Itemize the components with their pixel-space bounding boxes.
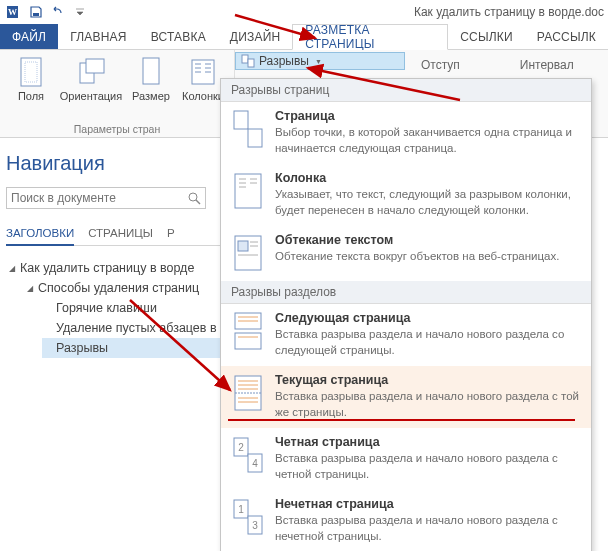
dd-title: Четная страница — [275, 435, 581, 449]
dd-desc: Вставка разрыва раздела и начало нового … — [275, 389, 581, 420]
breaks-icon — [241, 54, 255, 68]
columns-label: Колонки — [182, 90, 224, 102]
quick-access-toolbar: W — [0, 3, 94, 21]
nav-title: Навигация — [6, 152, 220, 175]
nav-search-input[interactable] — [11, 191, 187, 205]
breaks-dropdown: Разрывы страниц Страница Выбор точки, в … — [220, 78, 592, 551]
nav-tab-headings[interactable]: ЗАГОЛОВКИ — [6, 227, 74, 246]
tab-insert[interactable]: ВСТАВКА — [139, 24, 218, 49]
oddpage-break-icon: 13 — [231, 497, 265, 537]
search-icon[interactable] — [187, 191, 201, 205]
dd-desc: Вставка разрыва раздела и начало нового … — [275, 327, 581, 358]
margins-label: Поля — [18, 90, 44, 102]
indent-label: Отступ — [421, 58, 460, 72]
svg-rect-2 — [33, 13, 39, 16]
interval-label: Интервал — [520, 58, 574, 72]
dd-desc: Вставка разрыва раздела и начало нового … — [275, 513, 581, 544]
dd-title: Следующая страница — [275, 311, 581, 325]
nav-tabs: ЗАГОЛОВКИ СТРАНИЦЫ Р — [6, 227, 220, 246]
margins-icon — [15, 56, 47, 88]
group-page-setup: Поля Ориентация Размер Колонки — [0, 50, 235, 137]
navigation-pane: Навигация ЗАГОЛОВКИ СТРАНИЦЫ Р ◢Как удал… — [6, 152, 220, 358]
tab-page-layout[interactable]: РАЗМЕТКА СТРАНИЦЫ — [292, 24, 448, 50]
tab-mailings[interactable]: РАССЫЛК — [525, 24, 608, 49]
svg-rect-7 — [143, 58, 159, 84]
chevron-down-icon: ▼ — [315, 58, 322, 65]
svg-text:2: 2 — [238, 442, 244, 453]
tree-root[interactable]: ◢Как удалить страницу в ворде — [6, 258, 220, 278]
column-break-icon — [231, 171, 265, 211]
collapse-icon[interactable]: ◢ — [8, 264, 16, 273]
tab-design[interactable]: ДИЗАЙН — [218, 24, 293, 49]
svg-rect-20 — [248, 129, 262, 147]
dd-section-section-breaks: Разрывы разделов — [221, 281, 591, 304]
svg-text:1: 1 — [238, 504, 244, 515]
window-title: Как удалить страницу в ворде.doc — [414, 5, 608, 19]
dd-item-page[interactable]: Страница Выбор точки, в которой заканчив… — [221, 102, 591, 164]
svg-line-18 — [196, 200, 200, 204]
collapse-icon[interactable]: ◢ — [26, 284, 34, 293]
dd-title: Колонка — [275, 171, 581, 185]
size-icon — [135, 56, 167, 88]
textwrap-break-icon — [231, 233, 265, 273]
size-label: Размер — [132, 90, 170, 102]
dd-title: Обтекание текстом — [275, 233, 581, 247]
undo-icon[interactable] — [48, 3, 68, 21]
orientation-label: Ориентация — [60, 90, 122, 102]
svg-rect-6 — [86, 59, 104, 73]
dd-item-textwrap[interactable]: Обтекание текстом Обтекание текста вокру… — [221, 226, 591, 281]
dd-desc: Обтекание текста вокруг объектов на веб-… — [275, 249, 581, 265]
dd-desc: Указывает, что текст, следующий за разры… — [275, 187, 581, 218]
page-break-icon — [231, 109, 265, 149]
svg-rect-21 — [235, 174, 261, 208]
svg-rect-16 — [248, 59, 254, 67]
ribbon-tabs: ФАЙЛ ГЛАВНАЯ ВСТАВКА ДИЗАЙН РАЗМЕТКА СТР… — [0, 24, 608, 50]
breaks-label: Разрывы — [259, 54, 309, 68]
margins-button[interactable]: Поля — [8, 54, 54, 102]
title-bar: W Как удалить страницу в ворде.doc — [0, 0, 608, 24]
dd-title: Нечетная страница — [275, 497, 581, 511]
dd-title: Страница — [275, 109, 581, 123]
svg-rect-33 — [235, 333, 261, 349]
save-icon[interactable] — [26, 3, 46, 21]
orientation-button[interactable]: Ориентация — [60, 54, 122, 102]
columns-icon — [187, 56, 219, 88]
evenpage-break-icon: 24 — [231, 435, 265, 475]
tab-home[interactable]: ГЛАВНАЯ — [58, 24, 138, 49]
svg-text:3: 3 — [252, 520, 258, 531]
nav-search[interactable] — [6, 187, 206, 209]
dd-desc: Выбор точки, в которой заканчивается одн… — [275, 125, 581, 156]
svg-text:4: 4 — [252, 458, 258, 469]
tree-item-delete-paras[interactable]: Удаление пустых абзацев в — [42, 318, 220, 338]
dd-title: Текущая страница — [275, 373, 581, 387]
dd-desc: Вставка разрыва раздела и начало нового … — [275, 451, 581, 482]
dd-section-page-breaks: Разрывы страниц — [221, 79, 591, 102]
word-app-icon[interactable]: W — [4, 3, 24, 21]
dd-item-continuous[interactable]: Текущая страница Вставка разрыва раздела… — [221, 366, 591, 428]
nav-tab-pages[interactable]: СТРАНИЦЫ — [88, 227, 153, 239]
svg-text:W: W — [8, 7, 17, 17]
orientation-icon — [75, 56, 107, 88]
tree-item-breaks[interactable]: Разрывы — [42, 338, 220, 358]
breaks-button[interactable]: Разрывы ▼ — [235, 52, 405, 70]
svg-rect-28 — [238, 241, 248, 251]
size-button[interactable]: Размер — [128, 54, 174, 102]
nav-tree: ◢Как удалить страницу в ворде ◢Способы у… — [6, 258, 220, 358]
nav-tab-results[interactable]: Р — [167, 227, 175, 239]
dd-item-oddpage[interactable]: 13 Нечетная страница Вставка разрыва раз… — [221, 490, 591, 551]
svg-rect-15 — [242, 55, 248, 63]
dd-item-nextpage[interactable]: Следующая страница Вставка разрыва разде… — [221, 304, 591, 366]
group-page-setup-label: Параметры стран — [8, 121, 226, 135]
qat-customize-icon[interactable] — [70, 3, 90, 21]
tab-file[interactable]: ФАЙЛ — [0, 24, 58, 49]
dd-item-evenpage[interactable]: 24 Четная страница Вставка разрыва разде… — [221, 428, 591, 490]
continuous-break-icon — [231, 373, 265, 413]
tree-item-methods[interactable]: ◢Способы удаления страниц — [24, 278, 220, 298]
dd-item-column[interactable]: Колонка Указывает, что текст, следующий … — [221, 164, 591, 226]
nextpage-break-icon — [231, 311, 265, 351]
tree-item-hotkeys[interactable]: Горячие клавиши — [42, 298, 220, 318]
svg-point-17 — [189, 193, 197, 201]
tab-references[interactable]: ССЫЛКИ — [448, 24, 525, 49]
svg-rect-19 — [234, 111, 248, 129]
